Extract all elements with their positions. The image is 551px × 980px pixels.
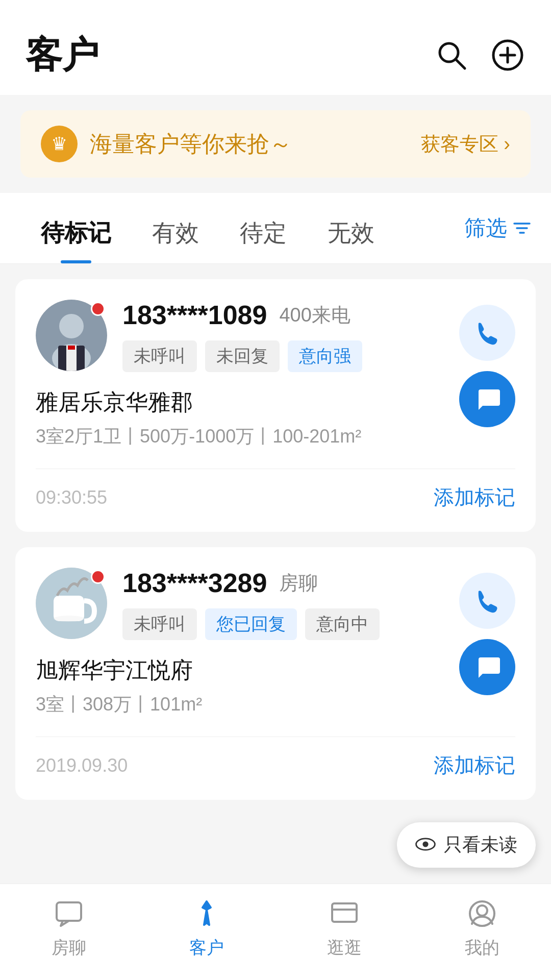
eye-icon: [415, 834, 436, 856]
call-button[interactable]: [459, 305, 515, 361]
customer-source: 400来电: [279, 302, 350, 328]
header-icons: [434, 37, 525, 73]
tags: 未呼叫 未回复 意向强: [122, 340, 515, 372]
add-mark-button[interactable]: 添加标记: [434, 483, 515, 511]
card-info: 183****3289 房聊 未呼叫 您已回复 意向中: [122, 568, 515, 640]
add-icon[interactable]: [490, 37, 525, 73]
nav-item-client[interactable]: 客户: [156, 896, 258, 960]
card-actions: [459, 305, 515, 427]
search-icon[interactable]: [434, 37, 469, 73]
tabs: 待标记 有效 待定 无效: [20, 203, 464, 263]
add-mark-button[interactable]: 添加标记: [434, 751, 515, 779]
card-actions: [459, 573, 515, 695]
tag-replied: 您已回复: [205, 608, 297, 640]
avatar-wrap: [36, 568, 107, 639]
tag-not-replied: 未回复: [205, 340, 280, 372]
tabs-container: 待标记 有效 待定 无效 筛选: [0, 193, 551, 264]
notification-dot: [91, 570, 105, 584]
filter-label: 筛选: [464, 214, 507, 242]
banner-text: 海量客户等你来抢～: [90, 129, 292, 159]
card-name-row: 183****1089 400来电: [122, 300, 515, 330]
nav-label-browse: 逛逛: [327, 936, 362, 960]
card-name-row: 183****3289 房聊: [122, 568, 515, 598]
property-name: 旭辉华宇江悦府: [36, 655, 515, 685]
tags: 未呼叫 您已回复 意向中: [122, 608, 515, 640]
nav-label-profile: 我的: [465, 936, 499, 960]
svg-point-9: [59, 314, 84, 338]
card-info: 183****1089 400来电 未呼叫 未回复 意向强: [122, 300, 515, 372]
customer-phone: 183****3289: [122, 568, 267, 598]
svg-rect-13: [68, 346, 75, 350]
customer-list: 183****1089 400来电 未呼叫 未回复 意向强: [0, 264, 551, 815]
svg-rect-20: [332, 903, 357, 922]
customer-card: 183****1089 400来电 未呼叫 未回复 意向强: [15, 279, 536, 532]
card-time: 2019.09.30: [36, 755, 128, 776]
svg-point-18: [422, 841, 428, 847]
tab-pending-mark[interactable]: 待标记: [20, 203, 132, 263]
property-detail: 3室丨308万丨101m²: [36, 691, 515, 718]
nav-item-browse[interactable]: 逛逛: [293, 896, 395, 960]
card-footer: 2019.09.30 添加标记: [36, 737, 515, 779]
banner-action[interactable]: 获客专区 ›: [421, 131, 510, 157]
browse-icon: [327, 896, 362, 931]
card-time: 09:30:55: [36, 487, 107, 508]
page-title: 客户: [26, 31, 99, 80]
tab-valid[interactable]: 有效: [132, 203, 219, 263]
tag-medium-intent: 意向中: [305, 608, 380, 640]
filter-button[interactable]: 筛选: [464, 209, 531, 258]
tag-not-called: 未呼叫: [122, 608, 197, 640]
svg-rect-19: [57, 902, 81, 921]
message-button[interactable]: [459, 371, 515, 427]
nav-item-chat[interactable]: 房聊: [18, 896, 120, 960]
svg-point-16: [54, 616, 84, 622]
avatar-wrap: [36, 300, 107, 371]
header: 客户: [0, 0, 551, 95]
property-name: 雅居乐京华雅郡: [36, 387, 515, 418]
chat-icon: [52, 896, 86, 931]
nav-label-chat: 房聊: [52, 936, 86, 960]
unread-filter-button[interactable]: 只看未读: [397, 822, 536, 868]
customer-source: 房聊: [279, 570, 318, 596]
property-detail: 3室2厅1卫丨500万-1000万丨100-201m²: [36, 423, 515, 450]
bottom-nav: 房聊 客户 逛逛 我的: [0, 884, 551, 980]
tab-pending[interactable]: 待定: [219, 203, 307, 263]
tab-invalid[interactable]: 无效: [307, 203, 395, 263]
card-top: 183****1089 400来电 未呼叫 未回复 意向强: [36, 300, 515, 372]
customer-phone: 183****1089: [122, 300, 267, 330]
svg-point-23: [477, 905, 487, 916]
nav-item-profile[interactable]: 我的: [431, 896, 533, 960]
call-button[interactable]: [459, 573, 515, 629]
banner-left: ♛ 海量客户等你来抢～: [41, 126, 292, 162]
svg-line-1: [456, 59, 465, 68]
card-property: 旭辉华宇江悦府 3室丨308万丨101m²: [36, 655, 515, 718]
card-footer: 09:30:55 添加标记: [36, 469, 515, 511]
nav-label-client: 客户: [189, 936, 224, 960]
tag-strong-intent: 意向强: [288, 340, 362, 372]
message-button[interactable]: [459, 639, 515, 695]
card-property: 雅居乐京华雅郡 3室2厅1卫丨500万-1000万丨100-201m²: [36, 387, 515, 450]
crown-icon: ♛: [41, 126, 78, 162]
profile-icon: [465, 896, 499, 931]
card-top: 183****3289 房聊 未呼叫 您已回复 意向中: [36, 568, 515, 640]
customer-card: 183****3289 房聊 未呼叫 您已回复 意向中: [15, 547, 536, 800]
notification-dot: [91, 302, 105, 316]
promo-banner[interactable]: ♛ 海量客户等你来抢～ 获客专区 ›: [20, 110, 531, 178]
client-icon: [189, 896, 224, 931]
tag-not-called: 未呼叫: [122, 340, 197, 372]
unread-filter-label: 只看未读: [444, 832, 517, 857]
